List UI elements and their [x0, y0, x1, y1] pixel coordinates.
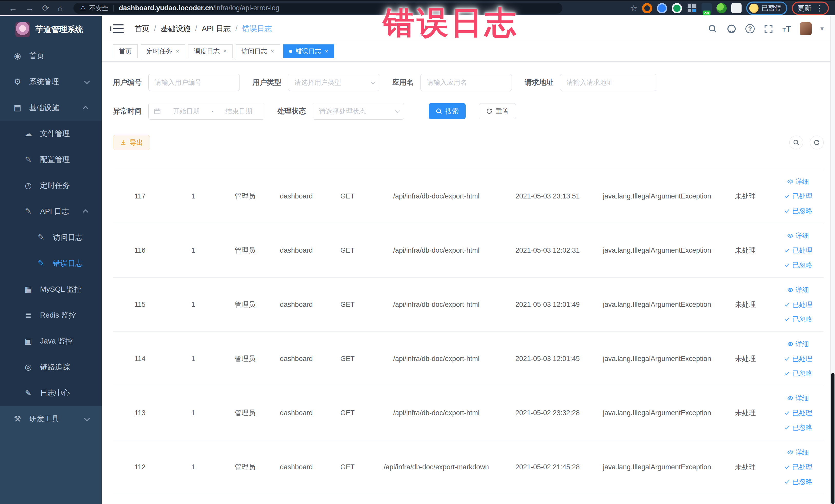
extension-icon-green[interactable] [672, 3, 682, 13]
collapse-sidebar-icon[interactable] [113, 24, 124, 33]
sidebar-item[interactable]: ◷ 定时任务 [0, 173, 102, 199]
mark-ignored-link[interactable]: 已忽略 [784, 206, 812, 216]
mark-processed-link[interactable]: 已处理 [784, 354, 812, 363]
extension-icon-orange[interactable] [642, 3, 652, 13]
start-date-placeholder[interactable]: 开始日期 [166, 107, 206, 116]
user-id-input[interactable] [148, 74, 240, 91]
column-header[interactable] [113, 157, 167, 169]
mark-ignored-link[interactable]: 已忽略 [784, 423, 812, 432]
column-header[interactable] [373, 157, 500, 169]
sidebar-item[interactable]: ✎ 配置管理 [0, 147, 102, 173]
extension-icon-switch[interactable]: on [701, 3, 712, 13]
tag-tab[interactable]: 调度日志 × [188, 44, 232, 58]
refresh-table-button[interactable] [810, 136, 824, 149]
cell-user-type: 管理员 [220, 386, 270, 440]
column-header[interactable] [220, 157, 270, 169]
mark-processed-link[interactable]: 已处理 [784, 246, 812, 255]
request-url-input[interactable] [560, 74, 656, 91]
tab-close-icon[interactable]: × [271, 48, 274, 54]
column-header[interactable] [773, 157, 824, 169]
tab-close-icon[interactable]: × [325, 48, 328, 54]
mark-ignored-link[interactable]: 已忽略 [784, 369, 812, 378]
user-avatar[interactable] [800, 22, 812, 35]
mark-processed-link[interactable]: 已处理 [784, 408, 812, 418]
profile-paused-pill[interactable]: 已暂停 [746, 2, 787, 15]
tag-tab[interactable]: 访问日志 × [236, 44, 280, 58]
sidebar-item[interactable]: ☁ 文件管理 [0, 121, 102, 147]
date-range-picker[interactable]: 开始日期 - 结束日期 [148, 103, 264, 120]
tag-tab[interactable]: 定时任务 × [141, 44, 185, 58]
filter-row-1: 用户编号 用户类型 应用名 请求 [113, 74, 824, 91]
sidebar-item[interactable]: ▣ Java 监控 [0, 328, 102, 354]
address-bar[interactable]: ⚠ 不安全 dashboard.yudao.iocoder.cn /infra/… [74, 3, 563, 14]
extension-icon-sprout[interactable] [716, 3, 727, 13]
security-warning-icon[interactable]: ⚠ [80, 4, 86, 12]
end-date-placeholder[interactable]: 结束日期 [219, 107, 259, 116]
tab-close-icon[interactable]: × [176, 48, 179, 54]
sidebar-item[interactable]: ▦ MySQL 监控 [0, 276, 102, 302]
tag-tab[interactable]: 错误日志 × [283, 44, 334, 58]
column-header[interactable] [167, 157, 220, 169]
extension-icon-grid[interactable] [687, 3, 697, 13]
sidebar-item[interactable]: ✎ API 日志 [0, 199, 102, 224]
detail-link[interactable]: 详细 [787, 231, 809, 240]
mark-ignored-link[interactable]: 已忽略 [784, 477, 812, 486]
github-icon[interactable] [727, 24, 737, 34]
sidebar-item[interactable]: ✎ 错误日志 [0, 250, 102, 276]
sidebar-item[interactable]: ✎ 日志中心 [0, 380, 102, 406]
font-size-icon[interactable]: TT [782, 24, 791, 34]
export-button[interactable]: 导出 [113, 135, 150, 150]
detail-link[interactable]: 详细 [787, 448, 809, 457]
tag-tab[interactable]: 首页 × [113, 44, 138, 58]
forward-icon[interactable]: → [25, 4, 34, 12]
extensions-puzzle-icon[interactable] [731, 3, 741, 13]
sidebar-item[interactable]: ≣ Redis 监控 [0, 302, 102, 328]
search-button[interactable]: 搜索 [429, 103, 466, 119]
mark-processed-link[interactable]: 已处理 [784, 300, 812, 309]
reset-button[interactable]: 重置 [479, 103, 516, 119]
mark-processed-link[interactable]: 已处理 [784, 192, 812, 201]
detail-link[interactable]: 详细 [787, 177, 809, 186]
column-header[interactable] [718, 157, 772, 169]
chrome-update-button[interactable]: 更新 ⋮ [792, 2, 829, 15]
sidebar-item[interactable]: ▤ 基础设施 [0, 95, 102, 121]
page-scrollbar-thumb[interactable] [831, 373, 834, 504]
sidebar-logo-row[interactable]: 芋道管理系统 [0, 16, 102, 43]
home-icon[interactable]: ⌂ [58, 4, 63, 12]
help-icon[interactable]: ? [746, 24, 755, 33]
mark-processed-link[interactable]: 已处理 [784, 463, 812, 472]
column-header[interactable] [595, 157, 718, 169]
calendar-icon [154, 107, 161, 115]
page-scrollbar-track[interactable] [830, 16, 835, 504]
mark-ignored-link[interactable]: 已忽略 [784, 261, 812, 269]
app-name-input[interactable] [421, 74, 512, 91]
search-icon[interactable] [708, 24, 718, 34]
sidebar-item[interactable]: ◎ 链路追踪 [0, 354, 102, 380]
breadcrumb-item[interactable]: 基础设施 [161, 24, 190, 34]
extension-icon-blue[interactable] [657, 3, 667, 13]
sidebar-item[interactable]: ⚙ 系统管理 [0, 69, 102, 95]
browser-menu-icon[interactable]: ⋮ [815, 4, 823, 13]
toggle-search-button[interactable] [789, 136, 803, 149]
process-status-select[interactable] [313, 103, 404, 120]
column-header[interactable] [500, 157, 595, 169]
detail-link[interactable]: 详细 [787, 285, 809, 295]
breadcrumb-item[interactable]: API 日志 [202, 24, 231, 34]
tab-close-icon[interactable]: × [223, 48, 227, 54]
back-icon[interactable]: ← [9, 4, 17, 12]
detail-link[interactable]: 详细 [787, 394, 809, 403]
mark-ignored-link[interactable]: 已忽略 [784, 315, 812, 324]
user-type-select[interactable] [288, 74, 380, 91]
fullscreen-icon[interactable] [763, 24, 774, 34]
sidebar-item[interactable]: ◉ 首页 [0, 43, 102, 69]
security-label[interactable]: 不安全 [89, 4, 108, 12]
reload-icon[interactable]: ⟳ [42, 4, 49, 12]
sidebar-item[interactable]: ⚒ 研发工具 [0, 406, 102, 432]
bookmark-star-icon[interactable]: ☆ [630, 3, 637, 13]
detail-link[interactable]: 详细 [787, 340, 809, 349]
sidebar-item[interactable]: ✎ 访问日志 [0, 224, 102, 250]
column-header[interactable] [271, 157, 322, 169]
breadcrumb-item[interactable]: 首页 [135, 24, 149, 34]
avatar-caret-icon[interactable]: ▾ [820, 25, 824, 33]
column-header[interactable] [322, 157, 373, 169]
